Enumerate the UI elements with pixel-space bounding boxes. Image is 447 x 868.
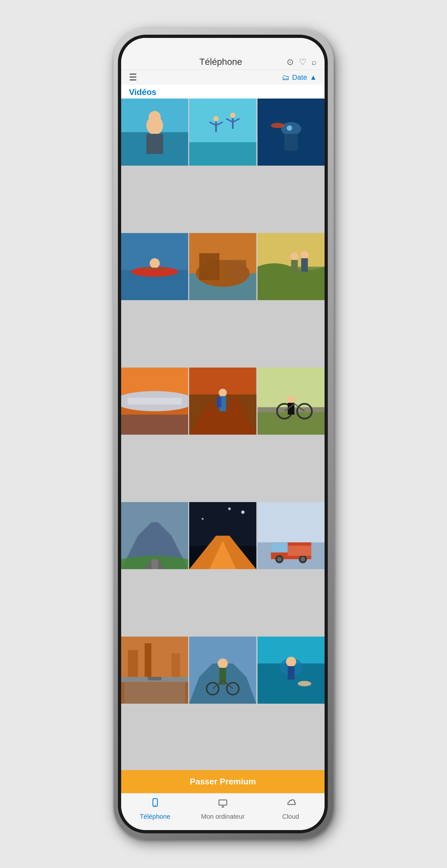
page-title: Téléphone [155, 57, 287, 67]
svg-rect-71 [288, 546, 311, 556]
menu-icon[interactable]: ☰ [129, 72, 137, 83]
toolbar: ☰ 🗂 Date ▲ [121, 70, 325, 85]
section-header: Vidéos [121, 85, 325, 98]
sort-direction-icon: ▲ [310, 73, 317, 82]
svg-point-35 [300, 251, 308, 259]
nav-icons: ⊙ ♡ ⌕ [287, 57, 317, 67]
photo-grid [121, 98, 325, 770]
photo-cell[interactable] [121, 368, 188, 435]
photo-cell[interactable] [257, 98, 325, 166]
svg-point-60 [241, 510, 245, 514]
svg-point-92 [298, 681, 311, 686]
svg-point-90 [286, 657, 296, 667]
phone-inner-bezel: Téléphone ⊙ ♡ ⌕ ☰ 🗂 Date ▲ Vidéos [118, 35, 328, 833]
search-icon[interactable]: ⌕ [312, 57, 317, 67]
sort-label: Date [292, 73, 307, 82]
photo-cell[interactable] [257, 233, 325, 300]
svg-rect-36 [301, 258, 308, 272]
photo-cell[interactable] [189, 637, 256, 704]
photo-cell[interactable] [121, 502, 188, 569]
svg-rect-91 [288, 666, 294, 679]
svg-rect-79 [148, 677, 161, 680]
photo-cell[interactable] [189, 502, 256, 569]
status-bar [121, 38, 325, 54]
svg-point-52 [287, 396, 295, 404]
svg-point-18 [287, 125, 292, 131]
svg-rect-95 [219, 800, 227, 805]
bottom-nav-cloud[interactable]: Cloud [257, 798, 325, 820]
svg-rect-19 [284, 134, 298, 151]
photo-cell[interactable] [257, 637, 325, 704]
svg-rect-34 [291, 260, 298, 273]
photo-cell[interactable] [189, 368, 256, 435]
bottom-nav-icon-0 [150, 798, 160, 811]
svg-point-11 [230, 113, 236, 118]
svg-rect-57 [151, 559, 158, 569]
svg-rect-29 [199, 253, 219, 280]
nav-bar: Téléphone ⊙ ♡ ⌕ [121, 54, 325, 70]
svg-rect-77 [124, 680, 185, 704]
photo-cell[interactable] [189, 98, 256, 166]
svg-rect-30 [226, 260, 246, 280]
photo-cell[interactable] [121, 637, 188, 704]
svg-rect-3 [147, 134, 163, 154]
photo-cell[interactable] [257, 502, 325, 569]
svg-point-44 [219, 389, 227, 397]
premium-banner[interactable]: Passer Premium [121, 770, 325, 793]
check-circle-icon[interactable]: ⊙ [287, 57, 294, 67]
photo-cell[interactable] [257, 368, 325, 435]
svg-rect-74 [128, 650, 138, 680]
bottom-nav-label-2: Cloud [282, 813, 299, 820]
svg-point-20 [271, 123, 284, 128]
svg-rect-6 [189, 142, 256, 166]
bottom-nav: Téléphone Mon ordinateur Cloud [121, 793, 325, 830]
svg-point-94 [155, 805, 156, 806]
svg-point-33 [290, 252, 298, 260]
heart-icon[interactable]: ♡ [299, 57, 307, 67]
svg-point-24 [150, 258, 160, 268]
photo-cell[interactable] [121, 233, 188, 300]
photo-cell[interactable] [121, 98, 188, 166]
svg-rect-39 [121, 414, 188, 435]
svg-point-61 [202, 518, 204, 520]
bottom-nav-mon-ordinateur[interactable]: Mon ordinateur [189, 798, 257, 820]
premium-label: Passer Premium [190, 777, 256, 786]
svg-rect-76 [171, 653, 180, 680]
phone-screen: Téléphone ⊙ ♡ ⌕ ☰ 🗂 Date ▲ Vidéos [121, 38, 325, 830]
folder-icon: 🗂 [282, 73, 290, 82]
bottom-nav-téléphone[interactable]: Téléphone [121, 798, 189, 820]
sort-controls[interactable]: 🗂 Date ▲ [282, 73, 317, 82]
bottom-nav-icon-1 [218, 798, 228, 811]
svg-point-81 [218, 658, 228, 668]
svg-point-4 [149, 111, 161, 123]
photo-cell[interactable] [189, 233, 256, 300]
svg-rect-66 [271, 542, 288, 552]
svg-point-68 [277, 557, 282, 562]
bottom-nav-label-0: Téléphone [139, 813, 170, 820]
svg-rect-75 [145, 643, 152, 680]
bottom-nav-label-1: Mon ordinateur [201, 813, 245, 820]
bottom-nav-icon-2 [285, 798, 296, 811]
section-title: Vidéos [129, 87, 156, 97]
svg-point-7 [214, 116, 219, 122]
svg-point-62 [228, 507, 231, 510]
svg-rect-41 [128, 398, 182, 404]
svg-point-70 [300, 557, 305, 562]
svg-rect-46 [217, 397, 222, 407]
phone-device: Téléphone ⊙ ♡ ⌕ ☰ 🗂 Date ▲ Vidéos [114, 29, 333, 839]
